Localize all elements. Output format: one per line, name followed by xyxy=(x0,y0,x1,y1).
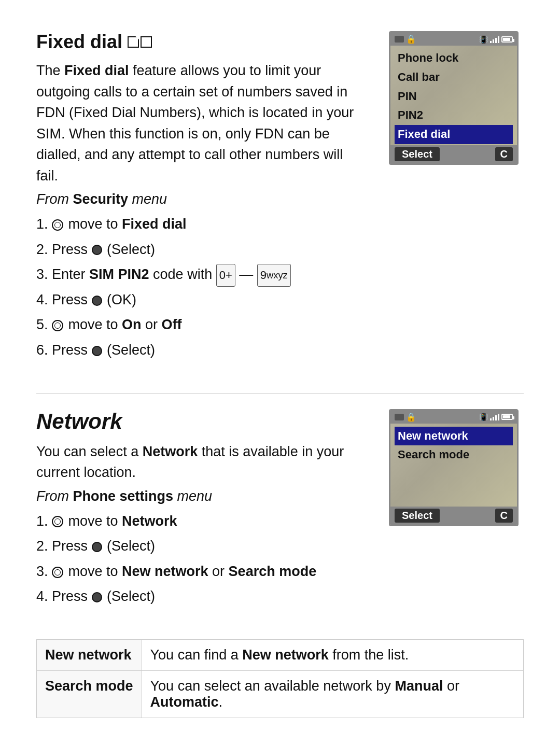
screen-c-button-1[interactable]: C xyxy=(495,147,513,161)
fixed-dial-from-menu: From Security menu xyxy=(36,191,368,207)
network-section: Network You can select a Network that is… xyxy=(36,409,524,613)
fixed-dial-steps: move to Fixed dial Press (Select) Enter … xyxy=(36,212,368,363)
select-icon-3 xyxy=(92,346,102,356)
screen-select-button-2[interactable]: Select xyxy=(395,509,440,523)
network-title: Network xyxy=(36,409,368,434)
fixed-dial-step-4: Press (OK) xyxy=(52,287,368,313)
nav-icon-4 xyxy=(52,567,63,578)
statusbar-left-2: 🔒 xyxy=(395,412,416,422)
select-icon xyxy=(92,245,102,255)
fixed-dial-step-5: move to On or Off xyxy=(52,312,368,338)
fixed-dial-body: The Fixed dial feature allows you to lim… xyxy=(36,60,368,186)
select-icon-2 xyxy=(92,296,102,306)
nav-icon-3 xyxy=(52,516,63,527)
battery-icon xyxy=(501,36,513,43)
lock-icon: 🔒 xyxy=(406,34,416,44)
network-body: You can select a Network that is availab… xyxy=(36,441,368,483)
screen-c-button-2[interactable]: C xyxy=(495,509,513,523)
select-icon-5 xyxy=(92,592,102,602)
network-left: Network You can select a Network that is… xyxy=(36,409,368,613)
sim-status-icon-2 xyxy=(395,414,404,420)
fixed-dial-title: Fixed dial xyxy=(36,31,368,53)
network-step-1: move to Network xyxy=(52,509,368,534)
sim-icons xyxy=(128,36,152,48)
menu-new-network: New network xyxy=(395,427,513,446)
sim-status-icon xyxy=(395,36,404,43)
screen-statusbar-2: 🔒 📳 xyxy=(390,411,517,424)
fixed-dial-screen: 🔒 📳 Phone lock Call bar PIN PI xyxy=(389,31,524,367)
signal-icon xyxy=(490,36,499,43)
network-table-row-2: Search mode You can select an available … xyxy=(37,670,524,718)
network-table: New network You can find a New network f… xyxy=(36,639,524,718)
phone-screen-network: 🔒 📳 New network Search mode xyxy=(389,409,519,526)
menu-pin: PIN xyxy=(395,87,513,106)
menu-call-bar: Call bar xyxy=(395,68,513,87)
key-9: 9wxyz xyxy=(257,264,291,287)
new-network-desc: You can find a New network from the list… xyxy=(142,639,523,670)
nav-icon xyxy=(52,219,63,231)
nav-icon-2 xyxy=(52,320,63,331)
statusbar-left-1: 🔒 xyxy=(395,34,416,44)
network-step-2: Press (Select) xyxy=(52,534,368,559)
phone-screen-fixed-dial: 🔒 📳 Phone lock Call bar PIN PI xyxy=(389,31,519,165)
network-screen: 🔒 📳 New network Search mode xyxy=(389,409,524,613)
search-mode-desc: You can select an available network by M… xyxy=(142,670,523,718)
fixed-dial-section: Fixed dial The Fixed dial feature allows… xyxy=(36,31,524,367)
fixed-dial-step-2: Press (Select) xyxy=(52,237,368,262)
statusbar-right-1: 📳 xyxy=(479,35,513,44)
network-title-text: Network xyxy=(36,409,122,434)
menu-search-mode: Search mode xyxy=(395,445,513,465)
divider-1 xyxy=(36,393,524,394)
screen-content-network: New network Search mode xyxy=(390,424,517,507)
screen-select-button-1[interactable]: Select xyxy=(395,147,440,161)
search-mode-label: Search mode xyxy=(37,670,142,718)
fixed-dial-step-1: move to Fixed dial xyxy=(52,212,368,237)
fixed-dial-step-3: Enter SIM PIN2 code with 0+ — 9wxyz xyxy=(52,262,368,287)
menu-phone-lock: Phone lock xyxy=(395,49,513,68)
signal-icon-2 xyxy=(490,413,499,420)
new-network-label: New network xyxy=(37,639,142,670)
fixed-dial-step-6: Press (Select) xyxy=(52,338,368,363)
sim-icon-2 xyxy=(141,36,152,48)
network-table-row-1: New network You can find a New network f… xyxy=(37,639,524,670)
fixed-dial-title-text: Fixed dial xyxy=(36,31,122,53)
screen-content-fixed-dial: Phone lock Call bar PIN PIN2 Fixed dial xyxy=(390,46,517,145)
menu-pin2: PIN2 xyxy=(395,106,513,125)
key-0plus: 0+ xyxy=(216,264,235,287)
network-steps: move to Network Press (Select) move to N… xyxy=(36,509,368,609)
vibrate-icon: 📳 xyxy=(479,35,488,44)
network-step-3: move to New network or Search mode xyxy=(52,559,368,584)
fixed-dial-text: Fixed dial The Fixed dial feature allows… xyxy=(36,31,368,367)
screen-footer-1: Select C xyxy=(390,145,517,163)
vibrate-icon-2: 📳 xyxy=(479,413,488,421)
network-from-menu: From Phone settings menu xyxy=(36,488,368,504)
select-icon-4 xyxy=(92,542,102,552)
menu-fixed-dial: Fixed dial xyxy=(395,125,513,144)
lock-icon-2: 🔒 xyxy=(406,412,416,422)
sim-icon-1 xyxy=(128,36,139,48)
screen-footer-2: Select C xyxy=(390,507,517,525)
statusbar-right-2: 📳 xyxy=(479,413,513,421)
screen-statusbar-1: 🔒 📳 xyxy=(390,33,517,46)
battery-icon-2 xyxy=(501,414,513,420)
network-step-4: Press (Select) xyxy=(52,584,368,609)
